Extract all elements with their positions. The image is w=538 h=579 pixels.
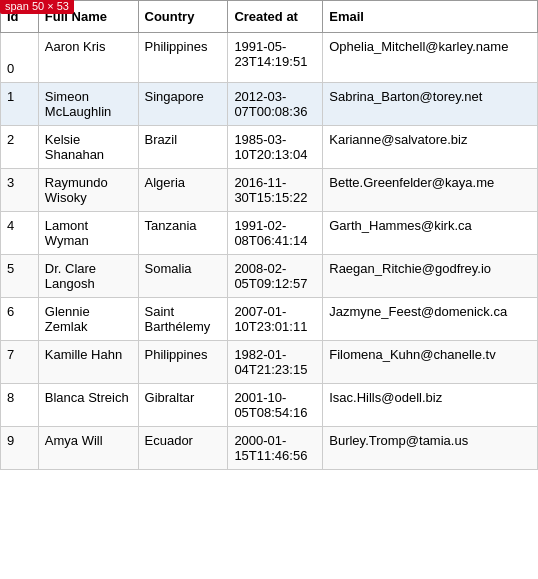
cell-fullname: Simeon McLaughlin (38, 83, 138, 126)
table-row: span 50 × 530Aaron KrisPhilippines1991-0… (1, 33, 538, 83)
cell-fullname: Glennie Zemlak (38, 298, 138, 341)
cell-created: 1991-05-23T14:19:51 (228, 33, 323, 83)
cell-id: 7 (1, 341, 39, 384)
cell-fullname: Dr. Clare Langosh (38, 255, 138, 298)
cell-email: Garth_Hammes@kirk.ca (323, 212, 538, 255)
cell-email: Sabrina_Barton@torey.net (323, 83, 538, 126)
cell-id: 5 (1, 255, 39, 298)
cell-created: 1982-01-04T21:23:15 (228, 341, 323, 384)
cell-id: 2 (1, 126, 39, 169)
cell-id: 9 (1, 427, 39, 470)
cell-id: 4 (1, 212, 39, 255)
cell-fullname: Kelsie Shanahan (38, 126, 138, 169)
cell-fullname: Raymundo Wisoky (38, 169, 138, 212)
cell-created: 2012-03-07T00:08:36 (228, 83, 323, 126)
cell-email: Filomena_Kuhn@chanelle.tv (323, 341, 538, 384)
span-tooltip-badge: span 50 × 53 (0, 0, 74, 14)
cell-email: Karianne@salvatore.biz (323, 126, 538, 169)
cell-id: 3 (1, 169, 39, 212)
table-header-row: Id Full Name Country Created at Email (1, 1, 538, 33)
cell-country: Ecuador (138, 427, 228, 470)
cell-fullname: Lamont Wyman (38, 212, 138, 255)
cell-country: Saint Barthélemy (138, 298, 228, 341)
header-created: Created at (228, 1, 323, 33)
cell-country: Gibraltar (138, 384, 228, 427)
cell-country: Singapore (138, 83, 228, 126)
cell-id: 6 (1, 298, 39, 341)
table-row: 1Simeon McLaughlinSingapore2012-03-07T00… (1, 83, 538, 126)
cell-email: Ophelia_Mitchell@karley.name (323, 33, 538, 83)
cell-fullname: Amya Will (38, 427, 138, 470)
cell-email: Burley.Tromp@tamia.us (323, 427, 538, 470)
cell-fullname: Kamille Hahn (38, 341, 138, 384)
cell-country: Tanzania (138, 212, 228, 255)
cell-id: 8 (1, 384, 39, 427)
table-row: 6Glennie ZemlakSaint Barthélemy2007-01-1… (1, 298, 538, 341)
table-row: 2Kelsie ShanahanBrazil1985-03-10T20:13:0… (1, 126, 538, 169)
cell-id: 1 (1, 83, 39, 126)
cell-country: Brazil (138, 126, 228, 169)
data-table: Id Full Name Country Created at Email sp… (0, 0, 538, 470)
cell-created: 2000-01-15T11:46:56 (228, 427, 323, 470)
cell-email: Jazmyne_Feest@domenick.ca (323, 298, 538, 341)
cell-created: 1985-03-10T20:13:04 (228, 126, 323, 169)
table-row: 9Amya WillEcuador2000-01-15T11:46:56Burl… (1, 427, 538, 470)
table-row: 7Kamille HahnPhilippines1982-01-04T21:23… (1, 341, 538, 384)
cell-email: Bette.Greenfelder@kaya.me (323, 169, 538, 212)
cell-fullname: Aaron Kris (38, 33, 138, 83)
table-row: 5Dr. Clare LangoshSomalia2008-02-05T09:1… (1, 255, 538, 298)
table-row: 3Raymundo WisokyAlgeria2016-11-30T15:15:… (1, 169, 538, 212)
header-email: Email (323, 1, 538, 33)
cell-created: 1991-02-08T06:41:14 (228, 212, 323, 255)
cell-created: 2001-10-05T08:54:16 (228, 384, 323, 427)
cell-fullname: Blanca Streich (38, 384, 138, 427)
cell-email: Raegan_Ritchie@godfrey.io (323, 255, 538, 298)
cell-created: 2008-02-05T09:12:57 (228, 255, 323, 298)
cell-email: Isac.Hills@odell.biz (323, 384, 538, 427)
cell-country: Philippines (138, 341, 228, 384)
table-row: 8Blanca StreichGibraltar2001-10-05T08:54… (1, 384, 538, 427)
cell-country: Philippines (138, 33, 228, 83)
cell-id: span 50 × 530 (1, 33, 39, 83)
cell-country: Somalia (138, 255, 228, 298)
cell-created: 2016-11-30T15:15:22 (228, 169, 323, 212)
cell-created: 2007-01-10T23:01:11 (228, 298, 323, 341)
cell-country: Algeria (138, 169, 228, 212)
table-row: 4Lamont WymanTanzania1991-02-08T06:41:14… (1, 212, 538, 255)
header-country: Country (138, 1, 228, 33)
